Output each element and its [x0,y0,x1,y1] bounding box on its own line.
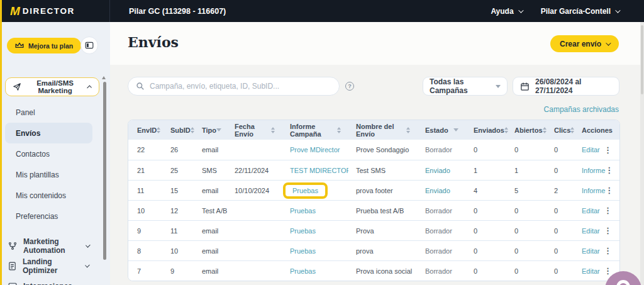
search-box[interactable] [128,77,340,96]
section-label: Integraciones [23,282,72,285]
table-row: 22 26 email Prove MDirector Prove Sondag… [128,140,619,160]
campaign-report-link[interactable]: Pruebas [292,187,318,194]
mdirector-logo-icon: M [10,4,20,18]
cell-nombre-envio: Prova [348,221,418,240]
column-header-abiertos[interactable]: Abiertos [507,120,547,140]
row-menu-icon[interactable]: ⋮ [604,206,612,215]
cell-envid: 7 [128,261,163,281]
upgrade-plan-button[interactable]: Mejora tu plan [7,38,81,53]
column-header-nombre-del-env-o[interactable]: Nombre del Envío [348,120,418,140]
sidebar-collapse-button[interactable] [80,36,98,54]
column-header-estado[interactable]: Estado [418,120,466,140]
page-scrollbar[interactable] [640,22,644,285]
cell-subid: 15 [163,181,194,200]
row-action-link[interactable]: Editar [582,227,600,235]
campaign-report-link[interactable]: Pruebas [290,227,316,235]
row-action-link[interactable]: Editar [582,247,600,255]
sidebar-item-mis-contenidos[interactable]: Mis contenidos [0,185,110,206]
cell-tipo: Test A/B [194,201,227,220]
brand-logo[interactable]: M DIRECTOR [0,0,110,22]
cell-tipo: email [194,181,227,200]
cell-acciones: Informe ⋮ [574,160,620,180]
campaign-report-link[interactable]: Pruebas [290,207,316,215]
column-label: Clics [554,126,570,134]
search-icon [136,82,145,91]
account-title: Pilar GC (113298 - 116607) [129,7,226,16]
sort-icon[interactable] [157,127,160,133]
cell-estado: Borrador [418,261,466,281]
sidebar-sections: Marketing Automation Landing Optimizer I… [0,236,110,285]
column-header-acciones: Acciones [574,120,620,140]
row-menu-icon[interactable]: ⋮ [604,267,612,275]
sidebar-item-preferencias[interactable]: Preferencias [0,206,110,226]
brand-name: DIRECTOR [23,6,75,16]
sidebar-section-email-sms-marketing[interactable]: Email/SMS Marketing [5,77,99,96]
page-scrollbar-thumb[interactable] [641,25,643,94]
column-header-fecha-env-o[interactable]: Fecha Envío [227,120,282,140]
main-content: Envíos Crear envío ? Todas las Campañas … [110,22,644,285]
row-menu-icon[interactable]: ⋮ [604,247,612,255]
campaign-report-link[interactable]: TEST MDIRECTOR [290,167,348,174]
cell-subid: 10 [163,241,194,260]
row-menu-icon[interactable]: ⋮ [605,186,613,194]
search-input[interactable] [150,82,331,91]
sidebar-section-integraciones[interactable]: Integraciones [0,276,110,285]
cell-fecha-envio [227,201,282,220]
sort-icon[interactable] [191,127,194,133]
column-label: Nombre del Envío [356,123,406,138]
table-row: 10 12 Test A/B Pruebas Prueba test A/B B… [128,200,619,220]
sort-icon[interactable] [337,127,341,133]
cell-subid: 12 [163,201,194,220]
cell-estado: Borrador [418,201,466,220]
sidebar-item-envios[interactable]: Envíos [5,123,92,143]
annotation-border-left [0,0,2,285]
column-header-informe-campa-a[interactable]: Informe Campaña [282,120,348,140]
filter-caret-icon[interactable] [216,128,221,131]
campaign-report-link[interactable]: Prove MDirector [290,146,340,154]
column-header-enviados[interactable]: Enviados [466,120,507,140]
help-menu-label: Ayuda [491,7,513,16]
date-range-picker[interactable]: 26/08/2024 al 27/11/2024 [513,77,619,96]
row-menu-icon[interactable]: ⋮ [605,166,613,174]
sidebar-scrollbar-arrow[interactable] [102,76,106,79]
row-action-link[interactable]: Informe [582,187,605,194]
table-row: 8 10 email Pruebas prova Borrador 0 0 0 … [128,240,619,260]
campaign-report-link[interactable]: Pruebas [290,247,316,255]
row-menu-icon[interactable]: ⋮ [604,146,612,154]
archived-campaigns-link[interactable]: Campañas archivadas [544,105,619,114]
column-header-envid[interactable]: EnvID [128,120,163,140]
sidebar-section-landing-optimizer[interactable]: Landing Optimizer [0,256,110,276]
row-action-link[interactable]: Editar [582,267,600,275]
help-menu[interactable]: Ayuda [491,7,521,16]
sidebar-item-panel[interactable]: Panel [0,102,110,123]
column-header-subid[interactable]: SubID [163,120,194,140]
annotation-highlight-box: Pruebas [290,247,316,255]
row-menu-icon[interactable]: ⋮ [604,226,612,235]
cell-enviados: 0 [466,201,507,220]
cell-abiertos: 0 [507,261,547,281]
campaign-filter-dropdown[interactable]: Todas las Campañas [423,77,508,96]
user-menu[interactable]: Pilar García-Contell [541,7,619,16]
sort-icon[interactable] [271,127,275,133]
sidebar: Mejora tu plan Email/SMS Marketing Panel… [0,22,110,285]
create-envio-button[interactable]: Crear envío [550,35,619,52]
row-action-link[interactable]: Editar [582,207,600,215]
cell-envid: 21 [128,160,163,180]
sidebar-section-marketing-automation[interactable]: Marketing Automation [0,236,110,256]
sidebar-item-contactos[interactable]: Contactos [0,143,110,164]
sort-icon[interactable] [406,127,410,133]
cell-clics: 0 [547,201,574,220]
row-action-link[interactable]: Editar [582,146,600,154]
cell-nombre-envio: Prueba test A/B [348,201,418,220]
annotation-highlight-box: Pruebas [283,182,328,199]
landing-page-icon [8,262,16,271]
row-action-link[interactable]: Informe [582,167,605,174]
column-header-tipo[interactable]: Tipo [194,120,227,140]
filter-caret-icon[interactable] [453,128,458,131]
campaign-report-link[interactable]: Pruebas [290,267,316,275]
column-header-clics[interactable]: Clics [547,120,574,140]
search-help-icon[interactable]: ? [345,82,354,91]
sidebar-item-mis-plantillas[interactable]: Mis plantillas [0,164,110,185]
sidebar-scrollbar[interactable] [103,82,106,260]
sort-icon[interactable] [543,127,547,133]
